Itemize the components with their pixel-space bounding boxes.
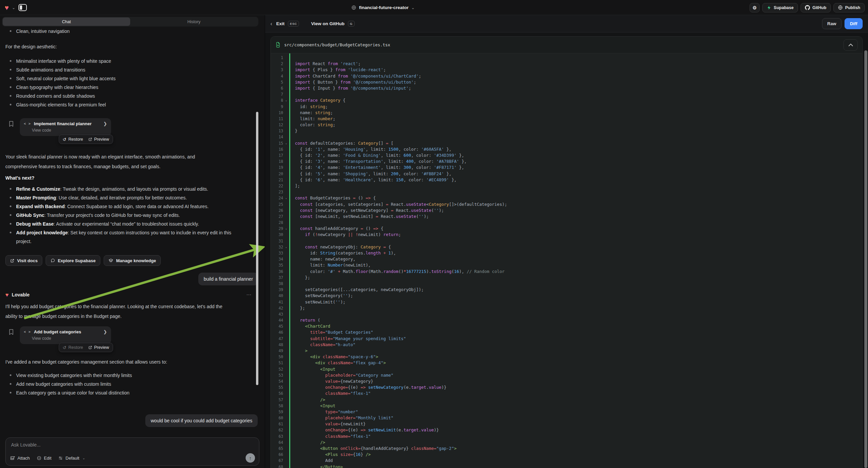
- fold-chevron-icon[interactable]: ⌄: [283, 140, 289, 146]
- code-text: return (: [289, 317, 862, 323]
- more-options-icon[interactable]: ⋯: [246, 292, 252, 298]
- code-line: 53 placeholder="Category name": [271, 372, 862, 378]
- code-text: }: [289, 128, 862, 134]
- design-intro: For the design aesthetic:: [5, 43, 227, 50]
- chat-input[interactable]: Ask Lovable...: [11, 442, 40, 447]
- back-chevron-icon[interactable]: ‹: [271, 21, 272, 27]
- code-panel: ‹ Exit ESC View on GitHub G Raw Diff src…: [265, 15, 868, 468]
- fold-gutter: [283, 299, 289, 305]
- chevron-right-icon[interactable]: ❯: [103, 121, 107, 126]
- code-text: { id: '1', name: 'Housing', limit: 1500,…: [289, 146, 862, 152]
- tab-history[interactable]: History: [130, 18, 258, 26]
- exit-button[interactable]: Exit: [276, 21, 284, 26]
- settings-button[interactable]: ⚙: [750, 3, 760, 12]
- fold-gutter: [283, 146, 289, 152]
- collapse-file-button[interactable]: [843, 39, 858, 51]
- composer[interactable]: Ask Lovable... Attach Edit Default ⌄ ↑: [5, 437, 259, 466]
- tab-chat[interactable]: Chat: [3, 18, 130, 26]
- code-line: 18 { id: '3', name: 'Transportation', li…: [271, 158, 862, 165]
- bullet-dot: [10, 197, 11, 198]
- code-text: const handleAddCategory = () => {: [289, 226, 862, 232]
- model-selector[interactable]: Default ⌄: [58, 456, 85, 461]
- version-card-row-1: < > Implement financial planner ❯ View c…: [5, 118, 259, 136]
- preview-button[interactable]: Preview: [88, 137, 109, 142]
- fold-chevron-icon[interactable]: ⌄: [283, 195, 289, 201]
- bullet-text: Debug with Ease: Activate our experiment…: [16, 220, 199, 228]
- restore-button[interactable]: ↺Restore: [63, 137, 83, 142]
- esc-shortcut-badge: ESC: [288, 21, 299, 27]
- code-text: import ChartCard from '@/components/ui/C…: [289, 73, 862, 79]
- fold-gutter: [283, 61, 289, 67]
- version-card-add-budget-categories[interactable]: < > Add budget categories ❯ View code ↺R…: [20, 326, 111, 344]
- manage-knowledge-button[interactable]: Manage knowledge: [104, 255, 161, 266]
- topbar-left: ♥ ⌄: [5, 0, 27, 15]
- code-line: 54 value={newCategory}: [271, 378, 862, 384]
- fold-gutter: [283, 256, 289, 262]
- fold-chevron-icon[interactable]: ⌄: [283, 226, 289, 232]
- fold-gutter: [283, 348, 289, 354]
- bookmark-icon[interactable]: [9, 121, 14, 127]
- code-editor[interactable]: 12import React from 'react';3import { Pl…: [271, 53, 862, 468]
- fold-gutter: [283, 317, 289, 323]
- bullet-text: Soft, neutral color palette with light b…: [16, 74, 116, 83]
- code-text: const [categories, setCategories] = Reac…: [289, 201, 862, 207]
- line-number: 35: [271, 262, 283, 268]
- visit-docs-button[interactable]: Visit docs: [5, 255, 42, 266]
- fold-chevron-icon[interactable]: ⌄: [283, 97, 289, 104]
- bullet-text: Refine & Customize: Tweak the design, an…: [16, 185, 208, 194]
- bullet-text: Clean, intuitive navigation: [16, 27, 70, 36]
- manage-knowledge-label: Manage knowledge: [116, 258, 156, 263]
- code-text: setNewLimit('');: [289, 299, 862, 305]
- code-icon: < >: [24, 122, 31, 125]
- send-button[interactable]: ↑: [246, 453, 255, 463]
- external-link-icon: [88, 137, 92, 141]
- added-paragraph: I've added a new budget categories manag…: [5, 358, 227, 365]
- code-line: 47 subtitle="Manage your spending limits…: [271, 336, 862, 342]
- project-switcher[interactable]: financial-future-creator ⌄: [351, 0, 415, 15]
- fold-gutter: [283, 421, 289, 427]
- chevron-right-icon[interactable]: ❯: [103, 329, 107, 334]
- fold-chevron-icon[interactable]: ⌄: [283, 244, 289, 250]
- code-line: 17 { id: '2', name: 'Food & Dining', lim…: [271, 152, 862, 158]
- fold-gutter: [283, 183, 289, 189]
- explore-supabase-button[interactable]: Explore Supabase: [45, 255, 100, 266]
- restore-button-disabled[interactable]: ↺Restore: [63, 345, 83, 350]
- chat-scrollbar[interactable]: [256, 112, 258, 385]
- code-line: 28: [271, 220, 862, 226]
- fold-gutter: [283, 274, 289, 281]
- fold-gutter: [283, 207, 289, 213]
- bookmark-icon[interactable]: [9, 329, 14, 335]
- raw-button[interactable]: Raw: [822, 18, 842, 29]
- publish-button[interactable]: Publish: [833, 3, 865, 12]
- code-line: 15⌄const defaultCategories: Category[] =…: [271, 140, 862, 146]
- code-line: 30 if (!newCategory || !newLimit) return…: [271, 232, 862, 238]
- next-steps-list: Refine & Customize: Tweak the design, an…: [5, 185, 259, 246]
- fold-gutter: [283, 409, 289, 415]
- code-scrollbar[interactable]: [864, 50, 867, 468]
- view-on-github-link[interactable]: View on GitHub: [311, 21, 345, 26]
- edit-mode-button[interactable]: Edit: [37, 456, 51, 461]
- code-text: limit: number;: [289, 116, 862, 122]
- supabase-button[interactable]: Supabase: [762, 3, 798, 12]
- fold-gutter: [283, 323, 289, 329]
- sidebar-toggle-icon[interactable]: [19, 4, 27, 11]
- fold-gutter: [283, 189, 289, 195]
- diff-button[interactable]: Diff: [844, 18, 863, 29]
- lovable-logo-icon[interactable]: ♥: [5, 4, 9, 11]
- file-header[interactable]: src/components/budget/BudgetCategories.t…: [271, 37, 862, 53]
- preview-button[interactable]: Preview: [88, 345, 109, 350]
- code-text: <div className="flex gap-4">: [289, 360, 862, 366]
- whats-next-heading: What's next?: [5, 174, 259, 182]
- bullet-dot: [10, 188, 11, 190]
- view-code-link[interactable]: View code: [32, 336, 107, 341]
- code-line: 43: [271, 311, 862, 317]
- attach-button[interactable]: Attach: [10, 456, 30, 461]
- view-code-link[interactable]: View code: [32, 128, 107, 133]
- github-button[interactable]: GitHub: [801, 3, 831, 12]
- code-line: 50 <div className="space-y-6">: [271, 354, 862, 360]
- fold-gutter: [283, 232, 289, 238]
- line-number: 31: [271, 238, 283, 244]
- line-number: 64: [271, 439, 283, 445]
- workspace-chevron-down-icon[interactable]: ⌄: [12, 5, 15, 10]
- version-card-implement-financial-planner[interactable]: < > Implement financial planner ❯ View c…: [20, 118, 111, 136]
